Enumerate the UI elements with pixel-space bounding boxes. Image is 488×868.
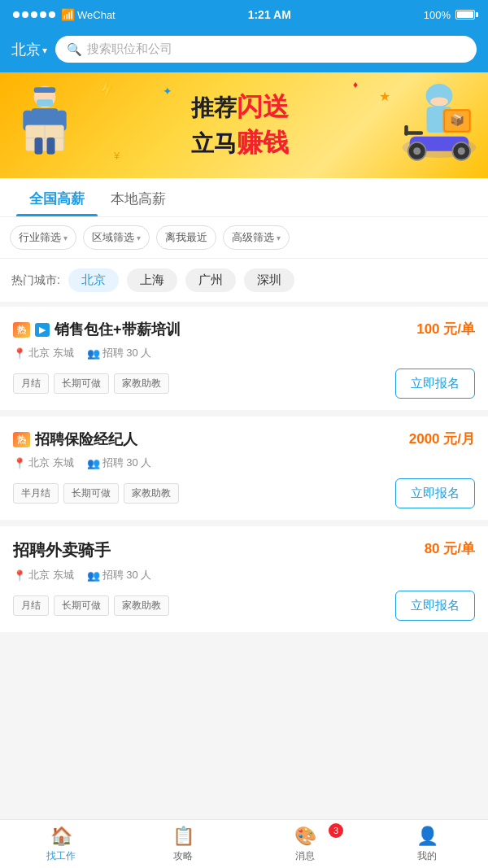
signal-dot1 xyxy=(13,11,20,18)
job-recruit-3: 👥 招聘 30 人 xyxy=(87,568,152,582)
banner-figure-right: 📦 xyxy=(399,81,480,170)
banner-figure-left xyxy=(8,85,81,166)
tag-2-1: 长期可做 xyxy=(63,483,119,504)
filter-area-label: 区域筛选 xyxy=(92,230,134,245)
nav-profile[interactable]: 👤 我的 xyxy=(366,820,488,868)
job-card-1: 热 ▶ 销售包住+带薪培训 100 元/单 📍 北京 东城 👥 招聘 30 人 … xyxy=(0,307,488,410)
svg-rect-1 xyxy=(37,99,53,106)
guide-icon: 📋 xyxy=(172,826,194,847)
city-beijing[interactable]: 北京 xyxy=(68,268,119,292)
job-title-1: 销售包住+带薪培训 xyxy=(54,320,181,339)
location-icon-3: 📍 xyxy=(13,569,26,582)
location-icon-2: 📍 xyxy=(13,457,26,469)
filter-nearby[interactable]: 离我最近 xyxy=(156,225,216,250)
job-recruit-text-3: 招聘 30 人 xyxy=(102,568,152,582)
main-tabs: 全国高薪 本地高薪 xyxy=(0,178,488,217)
status-time: 1:21 AM xyxy=(248,8,291,21)
banner-text-3: 立马 xyxy=(191,131,237,156)
signal-dot4 xyxy=(40,11,46,18)
city-guangzhou[interactable]: 广州 xyxy=(185,268,236,292)
search-bar[interactable]: 🔍 搜索职位和公司 xyxy=(55,36,477,63)
job-tags-1: 月结 长期可做 家教助教 xyxy=(13,373,169,394)
job-title-row-2: 热 招聘保险经纪人 xyxy=(13,430,409,449)
svg-point-19 xyxy=(458,147,465,155)
svg-rect-9 xyxy=(47,137,55,155)
tag-2-2: 家教助教 xyxy=(124,483,179,504)
apply-button-2[interactable]: 立即报名 xyxy=(395,478,475,508)
battery-icon xyxy=(455,10,475,20)
nav-message-label: 消息 xyxy=(295,849,315,863)
job-title-3: 招聘外卖骑手 xyxy=(13,539,111,561)
tag-1-1: 长期可做 xyxy=(54,373,109,394)
nav-home[interactable]: 🏠 找工作 xyxy=(0,820,122,868)
people-icon-2: 👥 xyxy=(87,457,100,469)
badge-video-1: ▶ xyxy=(35,323,50,337)
carrier-label: WeChat xyxy=(77,9,115,21)
job-recruit-text-2: 招聘 30 人 xyxy=(102,456,152,470)
banner-text-2: 闪送 xyxy=(237,92,289,121)
svg-point-18 xyxy=(413,147,420,155)
people-icon-3: 👥 xyxy=(87,569,100,582)
promo-banner[interactable]: ⚡ ✦ ♦ ★ ¥ xyxy=(0,72,488,178)
apply-button-3[interactable]: 立即报名 xyxy=(395,591,475,621)
tab-national[interactable]: 全国高薪 xyxy=(16,178,98,216)
filter-industry-label: 行业筛选 xyxy=(19,230,61,245)
search-icon: 🔍 xyxy=(67,42,82,57)
status-bar: 📶 WeChat 1:21 AM 100% xyxy=(0,0,488,29)
signal-dot2 xyxy=(22,11,28,18)
job-location-3: 📍 北京 东城 xyxy=(13,568,74,582)
job-location-1: 📍 北京 东城 xyxy=(13,346,74,360)
job-title-row-1: 热 ▶ 销售包住+带薪培训 xyxy=(13,320,416,339)
tag-2-0: 半月结 xyxy=(13,483,59,504)
filter-area[interactable]: 区域筛选 ▾ xyxy=(83,225,150,250)
banner-content: 推荐闪送 立马赚钱 xyxy=(0,81,488,170)
tag-3-0: 月结 xyxy=(13,595,49,616)
city-selector[interactable]: 北京 ▾ xyxy=(11,40,47,59)
job-salary-3: 80 元/单 xyxy=(425,539,475,558)
nav-guide[interactable]: 📋 攻略 xyxy=(122,820,244,868)
job-footer-2: 半月结 长期可做 家教助教 立即报名 xyxy=(13,478,475,508)
battery-percent: 100% xyxy=(424,9,451,21)
filter-area-arrow: ▾ xyxy=(137,233,141,242)
banner-text-4: 赚钱 xyxy=(237,128,289,157)
city-name: 北京 xyxy=(11,40,41,59)
tag-1-2: 家教助教 xyxy=(114,373,169,394)
nav-home-label: 找工作 xyxy=(46,849,76,863)
job-title-2: 招聘保险经纪人 xyxy=(35,430,137,449)
tab-local-label: 本地高薪 xyxy=(111,191,166,207)
job-meta-2: 📍 北京 东城 👥 招聘 30 人 xyxy=(13,456,475,470)
wifi-icon: 📶 xyxy=(61,8,75,21)
svg-point-12 xyxy=(430,97,448,106)
tab-local[interactable]: 本地高薪 xyxy=(98,178,179,216)
message-icon: 🎨 xyxy=(294,826,316,847)
home-icon: 🏠 xyxy=(50,826,72,847)
job-location-text-3: 北京 东城 xyxy=(28,568,74,582)
hot-cities-bar: 热门城市: 北京 上海 广州 深圳 xyxy=(0,259,488,307)
apply-button-1[interactable]: 立即报名 xyxy=(395,369,475,399)
nav-message[interactable]: 🎨 3 消息 xyxy=(244,820,366,868)
svg-text:📦: 📦 xyxy=(450,112,465,127)
tag-3-2: 家教助教 xyxy=(114,595,169,616)
job-header-2: 热 招聘保险经纪人 2000 元/月 xyxy=(13,430,475,449)
filter-advanced[interactable]: 高级筛选 ▾ xyxy=(223,225,290,250)
job-footer-1: 月结 长期可做 家教助教 立即报名 xyxy=(13,369,475,399)
city-shenzhen[interactable]: 深圳 xyxy=(244,268,294,292)
bottom-nav: 🏠 找工作 📋 攻略 🎨 3 消息 👤 我的 xyxy=(0,819,488,868)
status-right: 100% xyxy=(424,9,475,21)
message-badge: 3 xyxy=(329,823,343,838)
tab-national-label: 全国高薪 xyxy=(29,191,85,207)
signal-dot5 xyxy=(49,11,55,18)
hot-cities-label: 热门城市: xyxy=(11,273,60,288)
svg-rect-24 xyxy=(404,125,408,136)
job-footer-3: 月结 长期可做 家教助教 立即报名 xyxy=(13,591,475,621)
filter-industry[interactable]: 行业筛选 ▾ xyxy=(10,225,76,250)
job-location-2: 📍 北京 东城 xyxy=(13,456,74,470)
job-header-1: 热 ▶ 销售包住+带薪培训 100 元/单 xyxy=(13,320,475,339)
signal-dot3 xyxy=(31,11,37,18)
nav-profile-label: 我的 xyxy=(417,849,437,863)
job-recruit-1: 👥 招聘 30 人 xyxy=(87,346,152,360)
city-shanghai[interactable]: 上海 xyxy=(127,268,177,292)
job-list: 热 ▶ 销售包住+带薪培训 100 元/单 📍 北京 东城 👥 招聘 30 人 … xyxy=(0,307,488,632)
badge-hot-2: 热 xyxy=(13,432,30,447)
job-card-3: 招聘外卖骑手 80 元/单 📍 北京 东城 👥 招聘 30 人 月结 长期可做 … xyxy=(0,526,488,632)
